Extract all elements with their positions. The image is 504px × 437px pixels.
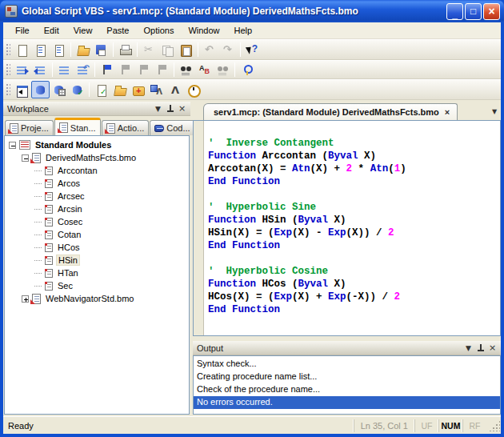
replace-button[interactable] <box>195 61 214 78</box>
menu-edit[interactable]: Edit <box>37 24 66 37</box>
toggle-workspace-button[interactable] <box>13 81 31 98</box>
tree-item-cosec[interactable]: Cosec <box>5 215 189 228</box>
output-line[interactable]: No errors occurred. <box>194 396 500 409</box>
context-help-button[interactable] <box>243 41 262 58</box>
format-undo-button[interactable] <box>74 61 92 78</box>
code-line[interactable] <box>208 188 498 201</box>
tree-item-arcsin[interactable]: Arcsin <box>5 202 189 215</box>
menu-options[interactable]: Options <box>137 24 182 37</box>
expand-icon[interactable] <box>22 295 29 303</box>
tree-item-webnavigatorstd-bmo[interactable]: WebNavigatorStd.bmo <box>5 292 189 305</box>
code-editor[interactable]: ' Inverse ContangentFunction Arccontan (… <box>204 121 500 335</box>
code-line[interactable]: Function Arccontan (Byval X) <box>208 150 498 162</box>
title-bar[interactable]: Global Script VBS - serv1.mcp: (Standard… <box>0 0 504 22</box>
code-line[interactable] <box>208 124 498 137</box>
compass-button[interactable] <box>166 81 184 98</box>
workplace-pin-button[interactable] <box>164 103 176 114</box>
tree-item-arcsec[interactable]: Arcsec <box>5 190 189 202</box>
collapse-icon[interactable] <box>9 142 16 149</box>
tab-cod[interactable]: Cod... <box>150 120 194 135</box>
open-folder-button[interactable] <box>110 81 129 98</box>
menu-view[interactable]: View <box>66 24 100 37</box>
tab-stan[interactable]: Stan... <box>54 118 101 135</box>
workplace-dropdown-button[interactable]: ▼ <box>152 103 164 114</box>
tree-item-htan[interactable]: HTan <box>5 267 189 279</box>
workplace-close-button[interactable]: × <box>176 103 188 114</box>
database-icon <box>34 83 47 97</box>
code-line[interactable]: ' Inverse Contangent <box>208 137 498 150</box>
paste-button[interactable] <box>177 41 195 58</box>
code-line[interactable]: ' Hyperbolic Cosine <box>208 265 498 278</box>
code-line[interactable]: End Function <box>208 303 498 316</box>
procedure-icon <box>45 166 53 175</box>
code-line[interactable]: HCos(X) = (Exp(X) + Exp(-X)) / 2 <box>208 291 498 303</box>
output-dropdown-button[interactable]: ▼ <box>462 343 474 354</box>
tree-item-hcos[interactable]: HCos <box>5 241 189 254</box>
tree-item-standard-modules[interactable]: Standard Modules <box>5 138 189 151</box>
tree-item-sec[interactable]: Sec <box>5 279 189 292</box>
tree-item-arccontan[interactable]: Arccontan <box>5 164 189 177</box>
clock-button[interactable] <box>184 81 202 98</box>
code-line[interactable]: Arccotan(X) = Atn(X) + 2 * Atn(1) <box>208 162 498 175</box>
editor-tab[interactable]: serv1.mcp: (Standard Module) DerivedMath… <box>203 103 458 120</box>
editor-tab-close-button[interactable]: × <box>444 108 450 117</box>
toolbar-grip[interactable] <box>6 43 10 56</box>
code-segment: Exp <box>328 291 346 303</box>
options-key-button[interactable] <box>238 61 256 78</box>
code-line[interactable]: Function HSin (Byval X) <box>208 214 498 227</box>
database-button[interactable] <box>31 81 50 98</box>
tree-item-derivedmathsfcts-bmo[interactable]: DerivedMathsFcts.bmo <box>5 151 189 164</box>
output-line[interactable]: Syntax check... <box>194 358 500 371</box>
tree-item-arcos[interactable]: Arcos <box>5 177 189 190</box>
code-segment: HCos(X) = ( <box>208 291 274 303</box>
menu-paste[interactable]: Paste <box>99 24 136 37</box>
compass-cube-button[interactable] <box>147 81 166 98</box>
code-line[interactable]: End Function <box>208 175 498 188</box>
outdent-button[interactable] <box>31 61 50 78</box>
new-document-button[interactable] <box>13 41 31 58</box>
tab-actio[interactable]: Actio... <box>102 120 150 135</box>
tab-proje[interactable]: Proje... <box>5 120 54 135</box>
code-line[interactable]: HSin(X) = (Exp(X) - Exp(X)) / 2 <box>208 227 498 239</box>
minimize-button[interactable]: _ <box>446 3 463 20</box>
export-script-button[interactable] <box>50 41 68 58</box>
format-lines-button[interactable] <box>55 61 74 78</box>
output-pin-button[interactable] <box>474 343 486 354</box>
menu-file[interactable]: File <box>8 24 37 37</box>
code-segment: 2 <box>346 163 353 174</box>
modules-icon <box>19 140 30 150</box>
menu-window[interactable]: Window <box>181 24 226 37</box>
resize-grip[interactable] <box>489 420 500 431</box>
syntax-check-button[interactable] <box>92 81 110 98</box>
workplace-tree: Standard ModulesDerivedMathsFcts.bmoArcc… <box>4 135 190 415</box>
import-script-button[interactable] <box>31 41 50 58</box>
save-button[interactable] <box>92 41 110 58</box>
tree-item-hsin[interactable]: HSin <box>5 254 189 267</box>
collapse-icon[interactable] <box>22 154 29 162</box>
database-options-button[interactable] <box>50 81 68 98</box>
first-aid-button[interactable] <box>129 81 147 98</box>
print-button[interactable] <box>116 41 134 58</box>
maximize-button[interactable]: □ <box>465 3 482 20</box>
close-button[interactable]: × <box>483 3 500 20</box>
editor-tab-dropdown-button[interactable]: ▼ <box>488 104 501 120</box>
code-line[interactable]: End Function <box>208 239 498 252</box>
bookmark-button[interactable] <box>98 61 116 78</box>
toolbar-grip[interactable] <box>6 83 10 96</box>
open-project-button[interactable] <box>74 41 92 58</box>
tree-item-label: Arcsin <box>56 204 84 214</box>
find-in-files-icon <box>179 63 193 77</box>
code-line[interactable] <box>208 252 498 265</box>
code-line[interactable]: ' Hyperbolic Sine <box>208 201 498 214</box>
output-line[interactable]: Check of the procedure name... <box>194 383 500 396</box>
code-line[interactable]: Function HCos (Byval X) <box>208 278 498 291</box>
output-close-button[interactable]: × <box>486 343 498 354</box>
toolbar-separator <box>94 62 95 77</box>
menu-help[interactable]: Help <box>227 24 260 37</box>
output-line[interactable]: Creating procedure name list... <box>194 371 500 383</box>
indent-button[interactable] <box>13 61 31 78</box>
toolbar-grip[interactable] <box>6 63 10 76</box>
database-check-button[interactable] <box>68 81 86 98</box>
find-in-files-button[interactable] <box>177 61 195 78</box>
tree-item-cotan[interactable]: Cotan <box>5 228 189 241</box>
